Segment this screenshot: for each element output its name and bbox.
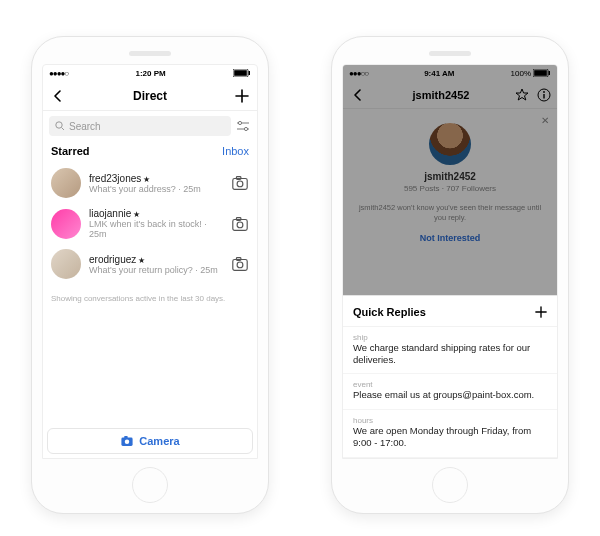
conversation-row[interactable]: fred23jones What's your address? · 25m bbox=[43, 163, 257, 203]
battery-icon bbox=[533, 69, 551, 77]
row-text: liaojannie LMK when it's back in stock! … bbox=[89, 208, 223, 239]
plus-icon bbox=[535, 306, 547, 318]
svg-rect-1 bbox=[234, 70, 247, 76]
avatar bbox=[51, 168, 81, 198]
profile-card: ✕ jsmith2452 595 Posts · 707 Followers j… bbox=[343, 109, 557, 253]
footer-note: Showing conversations active in the last… bbox=[43, 284, 257, 313]
svg-rect-23 bbox=[543, 94, 544, 99]
back-button[interactable] bbox=[349, 86, 367, 104]
close-button[interactable]: ✕ bbox=[541, 115, 549, 126]
quick-reply-item[interactable]: event Please email us at groups@paint-bo… bbox=[343, 374, 557, 410]
sheet-header: Quick Replies bbox=[343, 300, 557, 327]
inbox-link[interactable]: Inbox bbox=[222, 145, 249, 157]
nav-bar: jsmith2452 bbox=[343, 81, 557, 109]
search-placeholder: Search bbox=[69, 121, 101, 132]
svg-rect-2 bbox=[249, 71, 251, 75]
message-preview: What's your address? · 25m bbox=[89, 184, 223, 194]
svg-point-10 bbox=[237, 222, 243, 228]
profile-username: jsmith2452 bbox=[353, 171, 547, 182]
nav-actions bbox=[515, 88, 551, 102]
camera-icon[interactable] bbox=[231, 215, 249, 233]
username: erodriguez bbox=[89, 254, 223, 265]
reply-text: Please email us at groups@paint-box.com. bbox=[353, 389, 547, 401]
row-text: fred23jones What's your address? · 25m bbox=[89, 173, 223, 194]
svg-point-5 bbox=[244, 127, 247, 130]
svg-rect-9 bbox=[233, 219, 247, 230]
avatar bbox=[429, 123, 471, 165]
svg-rect-6 bbox=[233, 179, 247, 190]
phone-right: ●●●○○ 9:41 AM 100% jsmith2452 ✕ bbox=[331, 36, 569, 514]
reply-text: We charge standard shipping rates for ou… bbox=[353, 342, 547, 366]
svg-point-3 bbox=[56, 122, 62, 128]
shortcut: ship bbox=[353, 333, 547, 342]
not-interested-link[interactable]: Not Interested bbox=[353, 233, 547, 243]
camera-label: Camera bbox=[139, 435, 179, 447]
camera-button[interactable]: Camera bbox=[47, 428, 253, 454]
star-icon[interactable] bbox=[515, 88, 529, 102]
screen-right: ●●●○○ 9:41 AM 100% jsmith2452 ✕ bbox=[342, 64, 558, 459]
shortcut: hours bbox=[353, 416, 547, 425]
section-header: Starred Inbox bbox=[43, 141, 257, 163]
message-preview: LMK when it's back in stock! · 25m bbox=[89, 219, 223, 239]
clock: 1:20 PM bbox=[135, 69, 165, 78]
search-row: Search bbox=[49, 116, 251, 136]
signal-dots: ●●●●○ bbox=[49, 69, 68, 78]
svg-point-4 bbox=[238, 121, 241, 124]
avatar bbox=[51, 209, 81, 239]
chevron-left-icon bbox=[352, 89, 364, 101]
shortcut: event bbox=[353, 380, 547, 389]
section-label: Starred bbox=[51, 145, 90, 157]
status-right bbox=[233, 69, 251, 77]
search-input[interactable]: Search bbox=[49, 116, 231, 136]
back-button[interactable] bbox=[49, 87, 67, 105]
phone-left: ●●●●○ 1:20 PM Direct Search bbox=[31, 36, 269, 514]
nav-bar: Direct bbox=[43, 81, 257, 111]
filter-button[interactable] bbox=[235, 118, 251, 134]
battery-icon bbox=[233, 69, 251, 77]
add-reply-button[interactable] bbox=[535, 306, 547, 318]
svg-point-13 bbox=[237, 262, 243, 268]
quick-reply-item[interactable]: ship We charge standard shipping rates f… bbox=[343, 327, 557, 375]
profile-note: jsmith2452 won't know you've seen their … bbox=[353, 203, 547, 223]
camera-icon[interactable] bbox=[231, 174, 249, 192]
sliders-icon bbox=[235, 118, 251, 134]
signal-dots: ●●●○○ bbox=[349, 69, 368, 78]
svg-rect-20 bbox=[549, 71, 551, 75]
profile-stats: 595 Posts · 707 Followers bbox=[353, 184, 547, 193]
home-button[interactable] bbox=[432, 467, 468, 503]
svg-point-7 bbox=[237, 181, 243, 187]
svg-rect-19 bbox=[534, 70, 547, 76]
status-right: 100% bbox=[511, 69, 551, 78]
phone-speaker bbox=[429, 51, 471, 56]
clock: 9:41 AM bbox=[424, 69, 454, 78]
conversation-row[interactable]: erodriguez What's your return policy? · … bbox=[43, 244, 257, 284]
username: liaojannie bbox=[89, 208, 223, 219]
battery-pct: 100% bbox=[511, 69, 531, 78]
quick-reply-item[interactable]: hours We are open Monday through Friday,… bbox=[343, 410, 557, 458]
camera-icon[interactable] bbox=[231, 255, 249, 273]
page-title: Direct bbox=[133, 89, 167, 103]
svg-rect-17 bbox=[125, 436, 129, 438]
sheet-title: Quick Replies bbox=[353, 306, 426, 318]
camera-filled-icon bbox=[120, 434, 134, 448]
chevron-left-icon bbox=[52, 90, 64, 102]
svg-point-22 bbox=[543, 91, 545, 93]
quick-replies-sheet: Quick Replies ship We charge standard sh… bbox=[343, 295, 557, 458]
svg-point-16 bbox=[125, 439, 129, 443]
plus-icon bbox=[235, 89, 249, 103]
page-title: jsmith2452 bbox=[413, 89, 470, 101]
avatar bbox=[51, 249, 81, 279]
username: fred23jones bbox=[89, 173, 223, 184]
phone-speaker bbox=[129, 51, 171, 56]
search-icon bbox=[55, 121, 65, 131]
status-bar: ●●●○○ 9:41 AM 100% bbox=[343, 65, 557, 81]
reply-text: We are open Monday through Friday, from … bbox=[353, 425, 547, 449]
info-icon[interactable] bbox=[537, 88, 551, 102]
svg-rect-12 bbox=[233, 260, 247, 271]
status-bar: ●●●●○ 1:20 PM bbox=[43, 65, 257, 81]
compose-button[interactable] bbox=[233, 87, 251, 105]
screen-left: ●●●●○ 1:20 PM Direct Search bbox=[42, 64, 258, 459]
home-button[interactable] bbox=[132, 467, 168, 503]
dimmed-layer: ●●●○○ 9:41 AM 100% jsmith2452 ✕ bbox=[343, 65, 557, 295]
conversation-row[interactable]: liaojannie LMK when it's back in stock! … bbox=[43, 203, 257, 244]
